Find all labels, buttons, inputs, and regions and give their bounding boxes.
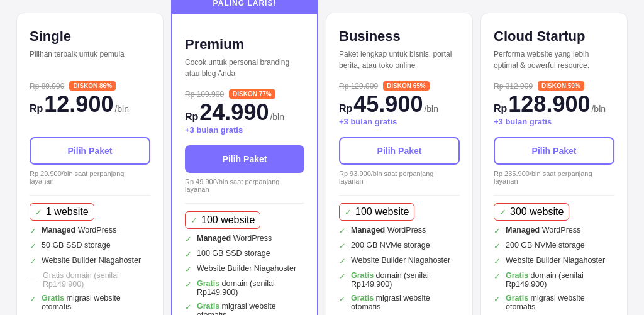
check-icon: ✓ bbox=[339, 226, 346, 236]
website-highlight: ✓ 100 website bbox=[339, 203, 414, 221]
check-icon: ✓ bbox=[494, 294, 501, 304]
price-row: Rp 24.990 /bln bbox=[185, 101, 304, 124]
feature-item: ✓ Managed WordPress bbox=[339, 226, 460, 236]
feature-text: Gratis domain (senilai Rp149.900) bbox=[197, 279, 304, 297]
divider bbox=[339, 195, 460, 196]
featured-badge: PALING LARIS! bbox=[171, 0, 318, 13]
feature-text: Gratis migrasi website otomatis bbox=[42, 294, 150, 311]
check-icon: ✓ bbox=[30, 241, 36, 251]
feature-item: ✓ Website Builder Niagahoster bbox=[185, 264, 304, 274]
check-icon: ✓ bbox=[339, 257, 346, 266]
check-icon: ✓ bbox=[494, 257, 501, 266]
feature-text: Website Builder Niagahoster bbox=[197, 264, 296, 273]
divider bbox=[185, 203, 304, 204]
renewal-price: Rp 29.900/bln saat perpanjang layanan bbox=[30, 170, 150, 185]
website-count: 100 website bbox=[355, 206, 409, 218]
renewal-price: Rp 49.900/bln saat perpanjang layanan bbox=[185, 178, 304, 193]
check-icon: ✓ bbox=[185, 302, 192, 312]
bonus-months: +3 bulan gratis bbox=[339, 117, 460, 128]
price-period: /bln bbox=[591, 104, 606, 114]
original-price-row: Rp 109.900 DISKON 77% bbox=[185, 89, 304, 99]
check-icon: ✓ bbox=[185, 265, 192, 274]
price-row: Rp 45.900 /bln bbox=[339, 93, 460, 116]
feature-text: 200 GB NVMe storage bbox=[351, 241, 430, 250]
price-amount: 24.990 bbox=[199, 101, 269, 124]
original-price: Rp 109.900 bbox=[185, 90, 224, 99]
feature-item: ✓ 50 GB SSD storage bbox=[30, 241, 150, 251]
feature-item: ✓ 200 GB NVMe storage bbox=[339, 241, 460, 251]
pilih-paket-button[interactable]: Pilih Paket bbox=[494, 137, 614, 165]
pilih-paket-button[interactable]: Pilih Paket bbox=[30, 137, 150, 165]
renewal-price: Rp 93.900/bln saat perpanjang layanan bbox=[339, 170, 460, 185]
price-rp: Rp bbox=[339, 103, 352, 114]
plan-name: Premium bbox=[185, 36, 304, 53]
check-icon: ✓ bbox=[339, 241, 346, 251]
feature-item: ✓ 200 GB NVMe storage bbox=[494, 241, 614, 251]
plan-card-single: Single Pilihan terbaik untuk pemula Rp 8… bbox=[16, 13, 164, 315]
discount-badge: DISKON 86% bbox=[69, 81, 116, 91]
feature-item: ✓ Gratis migrasi website otomatis bbox=[339, 294, 460, 311]
plan-name: Single bbox=[30, 28, 150, 45]
website-count: 100 website bbox=[201, 214, 255, 226]
feature-text: Website Builder Niagahoster bbox=[506, 256, 605, 265]
feature-item: ✓ Gratis migrasi website otomatis bbox=[185, 302, 304, 315]
feature-text: 50 GB SSD storage bbox=[42, 241, 111, 250]
website-highlight: ✓ 100 website bbox=[185, 211, 260, 229]
check-icon: ✓ bbox=[339, 272, 346, 281]
check-icon: ✓ bbox=[191, 216, 197, 225]
discount-badge: DISKON 59% bbox=[538, 81, 584, 91]
original-price: Rp 129.900 bbox=[339, 82, 378, 91]
feature-text: Gratis domain (senilai Rp149.900) bbox=[43, 271, 150, 289]
check-icon: ✓ bbox=[35, 207, 42, 217]
feature-item: ✓ Gratis domain (senilai Rp149.900) bbox=[339, 271, 460, 289]
pilih-paket-button[interactable]: Pilih Paket bbox=[185, 145, 304, 173]
plan-card-business: Business Paket lengkap untuk bisnis, por… bbox=[326, 13, 473, 315]
plan-desc: Performa website yang lebih optimal & po… bbox=[494, 48, 614, 71]
feature-item: ✓ Managed WordPress bbox=[30, 226, 150, 236]
feature-text: 100 GB SSD storage bbox=[197, 249, 270, 258]
plan-desc: Paket lengkap untuk bisnis, portal berit… bbox=[339, 48, 460, 71]
pilih-paket-button[interactable]: Pilih Paket bbox=[339, 137, 460, 165]
feature-text: Gratis domain (senilai Rp149.900) bbox=[506, 271, 614, 289]
check-icon: ✓ bbox=[185, 235, 192, 244]
feature-text: Managed WordPress bbox=[506, 226, 580, 235]
original-price-row: Rp 129.900 DISKON 65% bbox=[339, 81, 460, 91]
check-icon: ✓ bbox=[339, 294, 346, 304]
price-row: Rp 128.900 /bln bbox=[494, 93, 614, 116]
feature-item: ✓ Website Builder Niagahoster bbox=[494, 256, 614, 266]
plan-desc: Pilihan terbaik untuk pemula bbox=[30, 48, 150, 71]
price-rp: Rp bbox=[30, 103, 43, 114]
check-icon: ✓ bbox=[185, 280, 192, 289]
feature-item: ✓ 100 GB SSD storage bbox=[185, 249, 304, 259]
bonus-months: +3 bulan gratis bbox=[185, 125, 304, 136]
plan-card-cloud-startup: Cloud Startup Performa website yang lebi… bbox=[480, 13, 628, 315]
feature-item: ✓ Gratis domain (senilai Rp149.900) bbox=[185, 279, 304, 297]
check-icon: ✓ bbox=[494, 272, 501, 281]
bonus-months: +3 bulan gratis bbox=[494, 117, 614, 128]
website-count: 1 website bbox=[46, 206, 89, 218]
bonus-months bbox=[30, 117, 150, 128]
website-count: 300 website bbox=[510, 206, 564, 218]
feature-item: ✓ Managed WordPress bbox=[185, 234, 304, 244]
price-rp: Rp bbox=[494, 103, 507, 114]
discount-badge: DISKON 77% bbox=[229, 89, 275, 99]
feature-item: ✓ Managed WordPress bbox=[494, 226, 614, 236]
feature-text: Gratis migrasi website otomatis bbox=[506, 294, 614, 311]
feature-item: ✓ Gratis migrasi website otomatis bbox=[494, 294, 614, 311]
plan-name: Cloud Startup bbox=[494, 28, 614, 45]
price-period: /bln bbox=[270, 112, 284, 122]
feature-item: ✓ Website Builder Niagahoster bbox=[30, 256, 150, 266]
price-amount: 128.900 bbox=[508, 93, 590, 116]
price-amount: 12.900 bbox=[44, 93, 113, 116]
feature-text: Managed WordPress bbox=[197, 234, 272, 243]
original-price-row: Rp 312.900 DISKON 59% bbox=[494, 81, 614, 91]
original-price: Rp 89.900 bbox=[30, 82, 64, 91]
feature-text: Managed WordPress bbox=[42, 226, 116, 235]
check-icon: ✓ bbox=[30, 226, 36, 236]
feature-text: Gratis domain (senilai Rp149.900) bbox=[351, 271, 460, 289]
original-price: Rp 312.900 bbox=[494, 82, 533, 91]
plan-desc: Cocok untuk personal branding atau blog … bbox=[185, 57, 304, 79]
check-icon: ✓ bbox=[30, 257, 36, 266]
feature-text: Managed WordPress bbox=[351, 226, 426, 235]
price-period: /bln bbox=[114, 104, 129, 114]
